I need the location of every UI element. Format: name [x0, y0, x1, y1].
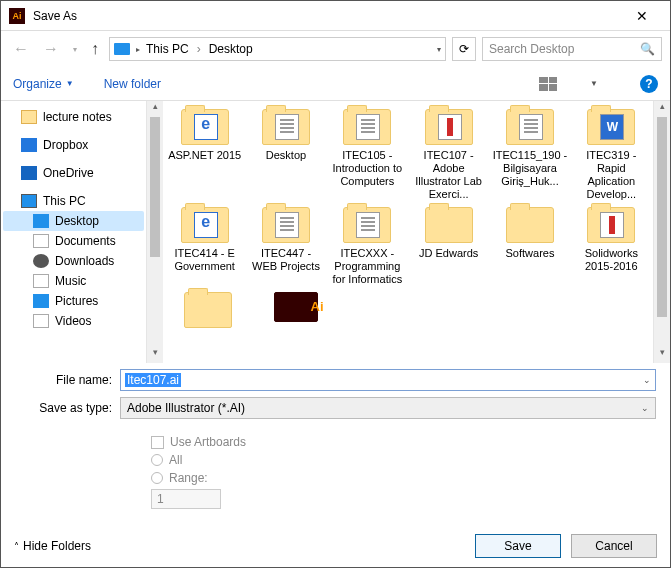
folder-icon: [21, 110, 37, 124]
chevron-down-icon: ⌄: [641, 403, 649, 413]
use-artboards-option: Use Artboards: [151, 435, 656, 449]
range-value: 1: [157, 492, 164, 506]
chevron-down-icon[interactable]: ▾: [437, 45, 441, 54]
sidebar-item-videos[interactable]: Videos: [3, 311, 144, 331]
cancel-label: Cancel: [595, 539, 632, 553]
help-button[interactable]: ?: [640, 75, 658, 93]
address-bar[interactable]: ▸ This PC › Desktop ▾: [109, 37, 446, 61]
form-area: File name: Itec107.ai ⌄ Save as type: Ad…: [1, 363, 670, 427]
use-artboards-checkbox[interactable]: [151, 436, 164, 449]
sidebar-scrollbar[interactable]: ▴ ▾: [146, 101, 163, 363]
file-grid[interactable]: ASP.NET 2015 Desktop ITEC105 - Introduct…: [163, 101, 653, 363]
onedrive-icon: [21, 166, 37, 180]
sidebar-item-thispc[interactable]: This PC: [3, 191, 144, 211]
folder-item[interactable]: ITEC107 - Adobe Illustrator Lab Exerci..…: [411, 109, 486, 201]
breadcrumb-root[interactable]: This PC: [146, 42, 189, 56]
close-button[interactable]: ✕: [622, 8, 662, 24]
file-row: ASP.NET 2015 Desktop ITEC105 - Introduct…: [167, 109, 649, 201]
file-item[interactable]: [255, 292, 337, 332]
chevron-down-icon[interactable]: ▼: [590, 79, 598, 88]
desktop-icon: [33, 214, 49, 228]
folder-item[interactable]: ITEC115_190 - Bilgisayara Giriş_Huk...: [492, 109, 567, 201]
filegrid-scrollbar[interactable]: ▴ ▾: [653, 101, 670, 363]
item-label: ITEC105 - Introduction to Computers: [330, 149, 405, 188]
downloads-icon: [33, 254, 49, 268]
folder-item[interactable]: Solidworks 2015-2016: [574, 207, 649, 286]
folder-item[interactable]: ITEC319 - Rapid Aplication Develop...: [574, 109, 649, 201]
sidebar-item-dropbox[interactable]: Dropbox: [3, 135, 144, 155]
view-options-button[interactable]: [538, 76, 558, 92]
item-label: ITEC319 - Rapid Aplication Develop...: [574, 149, 649, 201]
all-label: All: [169, 453, 182, 467]
hide-folders-toggle[interactable]: ˄ Hide Folders: [14, 539, 91, 553]
scroll-thumb[interactable]: [150, 117, 160, 257]
filetype-select[interactable]: Adobe Illustrator (*.AI) ⌄: [120, 397, 656, 419]
folder-item[interactable]: ASP.NET 2015: [167, 109, 242, 201]
range-input[interactable]: 1: [151, 489, 221, 509]
sidebar-item-label: Music: [55, 274, 86, 288]
documents-icon: [33, 234, 49, 248]
chevron-right-icon: ›: [195, 42, 203, 56]
scroll-down-icon[interactable]: ▾: [147, 347, 163, 363]
search-input[interactable]: Search Desktop 🔍: [482, 37, 662, 61]
nav-bar: ← → ▾ ↑ ▸ This PC › Desktop ▾ ⟳ Search D…: [1, 31, 670, 67]
sidebar-item-pictures[interactable]: Pictures: [3, 291, 144, 311]
scroll-up-icon[interactable]: ▴: [147, 101, 163, 117]
chevron-down-icon: ▼: [66, 79, 74, 88]
sidebar-item-label: This PC: [43, 194, 86, 208]
cancel-button[interactable]: Cancel: [571, 534, 657, 558]
thispc-icon: [114, 43, 130, 55]
sidebar-item-label: Videos: [55, 314, 91, 328]
filename-value: Itec107.ai: [125, 373, 181, 387]
folder-item[interactable]: Desktop: [248, 109, 323, 201]
sidebar-item-label: Documents: [55, 234, 116, 248]
forward-button[interactable]: →: [39, 36, 63, 62]
sidebar-item-onedrive[interactable]: OneDrive: [3, 163, 144, 183]
file-row: ITEC414 - E Government ITEC447 - WEB Pro…: [167, 207, 649, 286]
item-label: ITEC115_190 - Bilgisayara Giriş_Huk...: [492, 149, 567, 188]
sidebar-item-label: Desktop: [55, 214, 99, 228]
filename-input[interactable]: Itec107.ai ⌄: [120, 369, 656, 391]
back-button[interactable]: ←: [9, 36, 33, 62]
folder-item[interactable]: ITEC447 - WEB Projects: [248, 207, 323, 286]
toolbar: Organize ▼ New folder ▼ ?: [1, 67, 670, 101]
chevron-down-icon[interactable]: ⌄: [643, 375, 651, 385]
breadcrumb-current[interactable]: Desktop: [209, 42, 253, 56]
refresh-button[interactable]: ⟳: [452, 37, 476, 61]
sidebar-item-label: OneDrive: [43, 166, 94, 180]
sidebar-item-label: Dropbox: [43, 138, 88, 152]
chevron-right-icon: ▸: [136, 45, 140, 54]
save-button[interactable]: Save: [475, 534, 561, 558]
folder-item[interactable]: Softwares: [492, 207, 567, 286]
sidebar-item-downloads[interactable]: Downloads: [3, 251, 144, 271]
recent-dropdown[interactable]: ▾: [69, 41, 81, 58]
item-label: ITEC447 - WEB Projects: [248, 247, 323, 273]
folder-item[interactable]: ITEC414 - E Government: [167, 207, 242, 286]
range-option: Range:: [151, 471, 656, 485]
item-label: ASP.NET 2015: [167, 149, 242, 162]
all-option: All: [151, 453, 656, 467]
folder-item[interactable]: [167, 292, 249, 332]
range-radio[interactable]: [151, 472, 163, 484]
window-title: Save As: [33, 9, 622, 23]
scroll-thumb[interactable]: [657, 117, 667, 317]
folder-item[interactable]: ITEC105 - Introduction to Computers: [330, 109, 405, 201]
scroll-down-icon[interactable]: ▾: [654, 347, 670, 363]
organize-menu[interactable]: Organize ▼: [13, 77, 74, 91]
sidebar-item-label: Downloads: [55, 254, 114, 268]
options-area: Use Artboards All Range: 1: [1, 427, 670, 517]
sidebar-item-documents[interactable]: Documents: [3, 231, 144, 251]
item-label: JD Edwards: [411, 247, 486, 260]
sidebar-item-music[interactable]: Music: [3, 271, 144, 291]
new-folder-button[interactable]: New folder: [104, 77, 161, 91]
sidebar-item-desktop[interactable]: Desktop: [3, 211, 144, 231]
filetype-label: Save as type:: [15, 401, 120, 415]
sidebar-item-lecture-notes[interactable]: lecture notes: [3, 107, 144, 127]
up-button[interactable]: ↑: [87, 36, 103, 62]
folder-item[interactable]: ITECXXX - Programming for Informatics: [330, 207, 405, 286]
folder-item[interactable]: JD Edwards: [411, 207, 486, 286]
scroll-up-icon[interactable]: ▴: [654, 101, 670, 117]
search-icon: 🔍: [640, 42, 655, 56]
all-radio[interactable]: [151, 454, 163, 466]
item-label: ITECXXX - Programming for Informatics: [330, 247, 405, 286]
